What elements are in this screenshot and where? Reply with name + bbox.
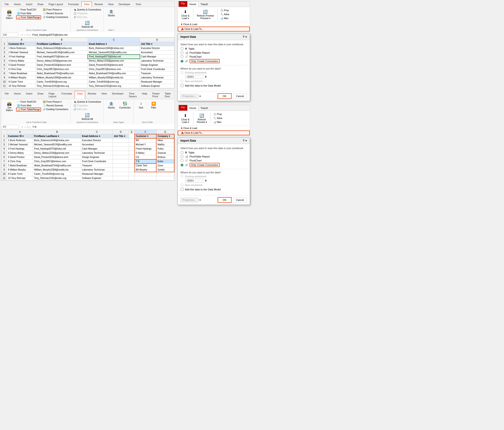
option-pivottable-top[interactable]: 📊 PivotTable Report: [180, 51, 247, 54]
dialog-close-top[interactable]: ×: [245, 35, 247, 38]
radio-pivotchart-top[interactable]: [180, 55, 184, 58]
tab-home-bot[interactable]: Home: [11, 91, 23, 99]
pq-transf-tab-bot[interactable]: Transf: [198, 105, 210, 110]
get-data-button[interactable]: 🗃️ Get Data ▾: [3, 8, 15, 20]
tab-view-bot[interactable]: View: [99, 91, 109, 99]
cell-ref-bottom[interactable]: [2, 125, 18, 129]
option-pivottable-bot[interactable]: 📊 PivotTable Report: [180, 155, 247, 158]
recent-sources-bot[interactable]: 🕐 Recent Sources: [42, 104, 69, 107]
from-table-range-bot[interactable]: 📊 From Table/Range: [16, 108, 41, 111]
tab-developer[interactable]: Developer: [116, 2, 133, 7]
option-table-top[interactable]: ⊞ Table: [180, 47, 247, 50]
option-pivotchart-top[interactable]: 📈 PivotChart: [180, 55, 247, 58]
close-load-to-top[interactable]: 📥 Close & Load To...: [178, 27, 250, 31]
get-data-button-bot[interactable]: 🗃️ Get Data ▾: [3, 100, 15, 112]
formula-input-bottom[interactable]: [31, 125, 173, 129]
col-e-bot[interactable]: E: [129, 130, 135, 134]
col-d-top[interactable]: D: [140, 38, 174, 42]
pq-home-tab-bot[interactable]: Home: [187, 105, 198, 110]
pq-file-tab-top[interactable]: File: [179, 1, 188, 7]
radio-connection-bot[interactable]: [180, 164, 184, 167]
refresh-all-button-top[interactable]: 🔄 Refresh All: [81, 19, 94, 29]
tab-file[interactable]: File: [2, 2, 11, 7]
tab-insert[interactable]: Insert: [23, 2, 35, 7]
properties-button-top[interactable]: 📋 Properties: [72, 12, 102, 15]
radio-table-top[interactable]: [180, 47, 184, 50]
adva-btn-bot[interactable]: 🔧 Adva: [212, 116, 223, 120]
from-web-button[interactable]: 🌐 From Web: [16, 12, 41, 15]
cancel-button-top[interactable]: Cancel: [233, 93, 247, 99]
queries-connections-button[interactable]: 🔌 Queries & Connections: [72, 8, 102, 11]
tab-review-bot[interactable]: Review: [85, 91, 99, 99]
refresh-all-button-bot[interactable]: 🔄 Refresh All: [81, 111, 94, 121]
tab-pagelayout-bot[interactable]: Page Layout: [46, 91, 59, 99]
tab-review[interactable]: Review: [92, 2, 105, 7]
radio-connection-top[interactable]: [180, 60, 184, 63]
col-f-bot[interactable]: F: [135, 130, 156, 134]
formula-input-top[interactable]: [31, 33, 173, 37]
edit-links-button[interactable]: 🔗 Edit Links: [72, 15, 102, 19]
from-table-range-button[interactable]: 📊 From Table/Range: [16, 15, 41, 19]
tab-help[interactable]: Help: [139, 91, 150, 99]
radio-pivotchart-bot[interactable]: [180, 159, 184, 162]
tab-time[interactable]: Time: [133, 2, 144, 7]
recent-sources-button[interactable]: 🕐 Recent Sources: [42, 12, 69, 15]
pq-home-tab-top[interactable]: Home: [187, 2, 198, 7]
prop-btn-bot[interactable]: 📋 Prop: [212, 112, 223, 116]
tab-developer-bot[interactable]: Developer: [109, 91, 126, 99]
radio-pivottable-top[interactable]: [180, 51, 184, 54]
from-text-csv-bot[interactable]: 📄 From Text/CSV: [16, 100, 41, 104]
man-btn-top[interactable]: 📊 Man: [219, 17, 230, 20]
tab-tabledesign[interactable]: Table Desi: [162, 91, 173, 99]
dialog-close-bot[interactable]: ×: [245, 139, 247, 142]
filter-btn[interactable]: 🔽 Filter: [148, 100, 160, 110]
col-b-bot[interactable]: B: [33, 130, 81, 134]
properties-button-bot[interactable]: 📋 Properties: [72, 104, 102, 107]
option-pivotchart-bot[interactable]: 📈 PivotChart: [180, 159, 247, 162]
option-connection-top[interactable]: 🔗 Only Create Connection: [180, 59, 247, 63]
close-load-button-top[interactable]: ⬇ Close & Load ▾: [180, 8, 191, 20]
properties-btn-bot[interactable]: Properties...: [180, 198, 198, 202]
tab-view[interactable]: View: [105, 2, 116, 7]
tab-file-bot[interactable]: File: [2, 91, 11, 99]
tab-draw[interactable]: Draw: [35, 2, 46, 7]
existing-connections-top-button[interactable]: 🔗 Existing Connections: [42, 15, 69, 19]
refresh-preview-button-top[interactable]: 🔄 Refresh Preview Preview ▾: [195, 8, 216, 20]
col-a-bot[interactable]: A: [7, 130, 33, 134]
col-c-bot[interactable]: C: [81, 130, 113, 134]
tab-home[interactable]: Home: [11, 2, 23, 7]
from-picture-button[interactable]: 🖼️ From Picture ▾: [42, 8, 69, 11]
existing-connections-bot[interactable]: 🔗 Existing Connections: [42, 108, 69, 111]
prop-btn-top[interactable]: 📋 Prop: [219, 9, 230, 12]
option-connection-bot[interactable]: 🔗 Only Create Connection: [180, 163, 247, 167]
tab-formulas[interactable]: Formulas: [65, 2, 81, 7]
dialog-question-bot[interactable]: ?: [243, 139, 244, 142]
col-a-top[interactable]: A: [8, 38, 36, 42]
close-load-button-bot[interactable]: ⬇ Close & Load ▾: [180, 112, 191, 124]
from-web-bot[interactable]: 🌐 From Web: [16, 104, 41, 107]
close-load-to-bot[interactable]: 📥 Close & Load To...: [178, 130, 250, 135]
close-load-plain-bot[interactable]: ⬇ Close & Load: [178, 126, 250, 130]
queries-connections-bot[interactable]: 🔌 Queries & Connections: [72, 100, 102, 104]
stocks-button-top[interactable]: 🏦 Stocks: [105, 8, 117, 18]
cancel-button-bot[interactable]: Cancel: [233, 197, 247, 203]
pq-transf-tab-top[interactable]: Transf: [198, 2, 210, 7]
currencies-btn[interactable]: 💱 Currencies: [118, 100, 132, 110]
edit-links-bot[interactable]: 🔗 Edit Links: [72, 108, 102, 111]
pq-file-tab-bot[interactable]: File: [179, 105, 188, 110]
radio-pivottable-bot[interactable]: [180, 155, 184, 158]
col-g-bot[interactable]: G: [156, 130, 174, 134]
tab-pagelayout[interactable]: Page Layout: [46, 2, 65, 7]
tab-data-bot[interactable]: Data: [75, 91, 85, 99]
checkbox-datamodel-top[interactable]: [180, 84, 184, 87]
tab-timesavers[interactable]: Time Savers: [126, 91, 139, 99]
tab-draw-bot[interactable]: Draw: [35, 91, 46, 99]
stocks-btn-bot[interactable]: 🏦 Stocks: [105, 100, 117, 110]
col-c-top[interactable]: C: [88, 38, 140, 42]
sort-btn[interactable]: ↕️ Sort: [135, 100, 147, 110]
refresh-preview-button-bot[interactable]: 🔄 Refresh Preview ▾: [195, 112, 208, 124]
adva-btn-top[interactable]: 🔧 Adva: [219, 13, 230, 16]
from-text-csv-button[interactable]: 📄 From Text/CSV: [16, 8, 41, 11]
tab-powerpivot[interactable]: Power Pivot: [150, 91, 162, 99]
man-btn-bot[interactable]: 📊 Man: [212, 120, 223, 124]
